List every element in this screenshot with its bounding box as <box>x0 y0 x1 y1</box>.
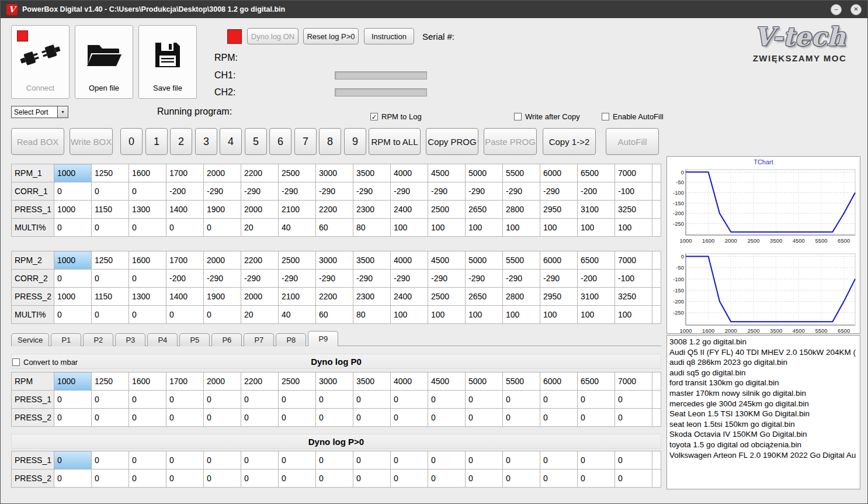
cell-RPM-11[interactable]: 5000 <box>466 372 503 391</box>
cell-PRESS_1-14[interactable]: 0 <box>578 451 615 470</box>
cell-PRESS_2-12[interactable]: 0 <box>503 470 540 488</box>
close-button[interactable]: ✕ <box>850 4 862 15</box>
cell-MULTI%-3[interactable]: 0 <box>166 306 204 324</box>
cell-PRESS_2-10[interactable]: 2500 <box>428 288 466 306</box>
cell-RPM-6[interactable]: 2500 <box>279 372 316 391</box>
file-item[interactable]: Skoda Octavia IV 150KM Go Digital.bin <box>669 429 857 440</box>
file-item[interactable]: Volkswagen Arteon FL 2.0 190KM 2022 Go D… <box>669 450 857 461</box>
digit-button-4[interactable]: 4 <box>220 128 242 155</box>
cell-RPM-14[interactable]: 6500 <box>578 372 615 391</box>
rpm-to-log-checkbox[interactable]: ✓ RPM to Log <box>370 112 422 121</box>
cell-MULTI%-7[interactable]: 60 <box>316 219 353 237</box>
cell-PRESS_1-5[interactable]: 0 <box>241 451 279 470</box>
cell-MULTI%-6[interactable]: 40 <box>279 306 316 324</box>
cell-CORR_1-6[interactable]: -290 <box>279 182 316 201</box>
cell-CORR_1-15[interactable]: -100 <box>615 182 652 201</box>
cell-RPM-13[interactable]: 6000 <box>540 372 578 391</box>
cell-CORR_1-12[interactable]: -290 <box>503 182 540 201</box>
cell-CORR_2-6[interactable]: -290 <box>279 270 316 288</box>
cell-PRESS_1-12[interactable]: 0 <box>503 451 540 470</box>
digit-button-7[interactable]: 7 <box>294 128 317 155</box>
cell-MULTI%-5[interactable]: 20 <box>241 219 279 237</box>
cell-RPM_1-0[interactable]: 1000 <box>54 164 92 182</box>
cell-MULTI%-8[interactable]: 80 <box>353 306 391 324</box>
digit-button-3[interactable]: 3 <box>195 128 217 155</box>
cell-PRESS_1-6[interactable]: 0 <box>279 391 316 409</box>
file-item[interactable]: master 170km nowy silnik go digital.bin <box>669 388 857 399</box>
cell-PRESS_2-2[interactable]: 1300 <box>129 288 166 306</box>
cell-MULTI%-3[interactable]: 0 <box>166 219 204 237</box>
cell-PRESS_2-12[interactable]: 0 <box>503 409 540 427</box>
grid-cell-empty[interactable] <box>652 391 661 409</box>
cell-PRESS_1-13[interactable]: 2950 <box>540 201 578 219</box>
cell-PRESS_2-10[interactable]: 0 <box>428 409 466 427</box>
cell-MULTI%-10[interactable]: 100 <box>428 219 466 237</box>
cell-PRESS_2-2[interactable]: 0 <box>129 409 166 427</box>
cell-RPM_2-15[interactable]: 7000 <box>615 251 652 270</box>
cell-PRESS_2-5[interactable]: 0 <box>241 470 279 488</box>
cell-PRESS_2-5[interactable]: 2000 <box>241 288 279 306</box>
tab-p9[interactable]: P9 <box>308 331 338 346</box>
cell-PRESS_2-7[interactable]: 0 <box>316 409 353 427</box>
cell-RPM_2-6[interactable]: 2500 <box>279 251 316 270</box>
reset-log-button[interactable]: Reset log P>0 <box>303 28 359 44</box>
cell-CORR_2-13[interactable]: -290 <box>540 270 578 288</box>
cell-CORR_1-7[interactable]: -290 <box>316 182 353 201</box>
cell-MULTI%-8[interactable]: 80 <box>353 219 391 237</box>
cell-PRESS_2-7[interactable]: 0 <box>316 470 353 488</box>
cell-PRESS_2-9[interactable]: 0 <box>391 470 428 488</box>
grid-cell-empty[interactable] <box>652 251 661 270</box>
cell-PRESS_1-5[interactable]: 0 <box>241 391 279 409</box>
cell-PRESS_1-7[interactable]: 0 <box>316 391 353 409</box>
cell-PRESS_2-8[interactable]: 0 <box>353 409 391 427</box>
connect-button[interactable]: Connect <box>11 25 70 99</box>
cell-PRESS_2-4[interactable]: 1900 <box>204 288 241 306</box>
cell-MULTI%-15[interactable]: 100 <box>615 306 652 324</box>
cell-PRESS_1-12[interactable]: 0 <box>503 391 540 409</box>
cell-RPM_1-2[interactable]: 1600 <box>129 164 166 182</box>
cell-PRESS_2-0[interactable]: 0 <box>54 470 92 488</box>
cell-PRESS_2-5[interactable]: 0 <box>241 409 279 427</box>
cell-PRESS_1-8[interactable]: 0 <box>353 391 391 409</box>
cell-PRESS_1-0[interactable]: 1000 <box>54 201 92 219</box>
tab-p8[interactable]: P8 <box>276 333 306 346</box>
cell-RPM_2-8[interactable]: 3500 <box>353 251 391 270</box>
tab-service[interactable]: Service <box>11 333 49 346</box>
cell-CORR_2-8[interactable]: -290 <box>353 270 391 288</box>
tab-p4[interactable]: P4 <box>147 333 178 346</box>
cell-MULTI%-9[interactable]: 100 <box>391 306 428 324</box>
cell-RPM_2-9[interactable]: 4000 <box>391 251 428 270</box>
file-item[interactable]: mercedes gle 300d 245km go digital.bin <box>669 399 857 409</box>
cell-PRESS_2-0[interactable]: 0 <box>54 409 92 427</box>
cell-PRESS_1-2[interactable]: 0 <box>129 451 166 470</box>
instruction-button[interactable]: Instruction <box>364 28 414 44</box>
cell-PRESS_1-15[interactable]: 0 <box>615 391 652 409</box>
cell-RPM_2-12[interactable]: 5500 <box>503 251 540 270</box>
cell-PRESS_2-15[interactable]: 0 <box>615 409 652 427</box>
cell-PRESS_2-2[interactable]: 0 <box>129 470 166 488</box>
cell-PRESS_1-14[interactable]: 0 <box>578 391 615 409</box>
cell-PRESS_2-6[interactable]: 0 <box>279 470 316 488</box>
cell-PRESS_1-2[interactable]: 0 <box>129 391 166 409</box>
cell-PRESS_1-11[interactable]: 0 <box>466 451 503 470</box>
cell-PRESS_1-15[interactable]: 0 <box>615 451 652 470</box>
cell-PRESS_2-6[interactable]: 2100 <box>279 288 316 306</box>
cell-CORR_1-3[interactable]: -200 <box>166 182 204 201</box>
cell-RPM-2[interactable]: 1600 <box>129 372 166 391</box>
digit-button-8[interactable]: 8 <box>319 128 341 155</box>
cell-MULTI%-13[interactable]: 100 <box>540 219 578 237</box>
cell-MULTI%-4[interactable]: 0 <box>204 306 241 324</box>
tab-p6[interactable]: P6 <box>211 333 242 346</box>
write-after-copy-checkbox[interactable]: Write after Copy <box>514 112 580 121</box>
cell-CORR_2-11[interactable]: -290 <box>466 270 503 288</box>
cell-MULTI%-12[interactable]: 100 <box>503 306 540 324</box>
cell-PRESS_2-15[interactable]: 0 <box>615 470 652 488</box>
grid-cell-empty[interactable] <box>652 409 661 427</box>
cell-PRESS_2-7[interactable]: 2200 <box>316 288 353 306</box>
cell-PRESS_2-14[interactable]: 3100 <box>578 288 615 306</box>
digit-button-1[interactable]: 1 <box>145 128 168 155</box>
cell-PRESS_2-11[interactable]: 0 <box>466 470 503 488</box>
cell-PRESS_1-3[interactable]: 0 <box>166 451 204 470</box>
cell-CORR_1-11[interactable]: -290 <box>466 182 503 201</box>
minimize-button[interactable]: – <box>831 4 842 15</box>
